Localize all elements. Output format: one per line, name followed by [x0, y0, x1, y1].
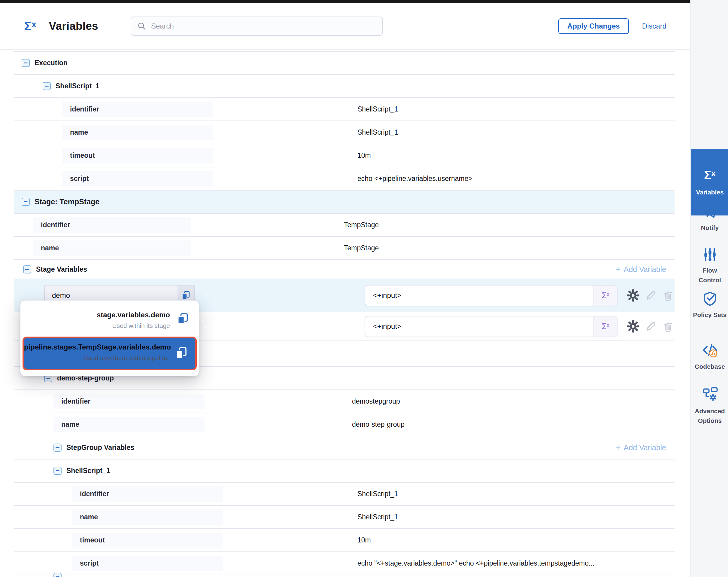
collapse-toggle-icon[interactable]: [23, 266, 31, 274]
sidebar-item-codebase[interactable]: Codebase: [691, 342, 728, 372]
popup-item-pipeline-scope-highlighted[interactable]: pipeline.stages.TempStage.variables.demo…: [23, 336, 197, 370]
field-value: echo <+pipeline.variables.username>: [357, 175, 472, 183]
sidebar-item-policy-sets[interactable]: Policy Sets: [691, 291, 728, 320]
flowchart-gear-icon: [702, 386, 718, 403]
field-value: echo "<+stage.variables.demo>" echo <+pi…: [357, 559, 594, 568]
variables-panel-page: { "header": { "logo": "Σˣ", "title": "Va…: [0, 0, 728, 577]
field-value: demo-step-group: [352, 421, 405, 429]
sigma-x-logo-icon: Σˣ: [24, 20, 36, 32]
field-row-timeout: timeout 10m: [14, 529, 675, 552]
edit-pencil-button[interactable]: [644, 289, 657, 302]
delete-trash-button[interactable]: [661, 289, 675, 302]
field-label-box: identifier: [53, 394, 205, 409]
sliders-icon: [702, 247, 718, 262]
gear-icon: [626, 289, 640, 302]
section-label: ShellScript_1: [56, 82, 99, 90]
field-value: 10m: [357, 151, 371, 159]
field-row-identifier: identifier ShellScript_1: [14, 483, 675, 506]
search-input[interactable]: [151, 22, 376, 30]
field-label-box: timeout: [62, 148, 213, 164]
variable-scope-text: Used within its stage: [20, 322, 170, 329]
plus-icon: +: [615, 265, 621, 274]
variable-value-input[interactable]: <+input> Σˣ: [365, 285, 618, 306]
add-variable-button[interactable]: + Add Variable: [615, 265, 666, 274]
field-row-script: script echo <+pipeline.variables.usernam…: [14, 167, 675, 191]
copy-path-button[interactable]: [175, 347, 188, 361]
code-warning-icon: [702, 342, 718, 358]
field-label-box: script: [62, 171, 213, 186]
field-row-identifier: identifier demostepgroup: [14, 390, 675, 413]
popy-item-stage-scope[interactable]: stage.variables.demo Used within its sta…: [20, 301, 199, 337]
section-label: Stage: TempStage: [34, 197, 99, 206]
variable-scope-text: Used anywhere within pipeline: [24, 354, 169, 361]
collapse-toggle-icon[interactable]: [22, 59, 30, 67]
copy-icon: [177, 312, 189, 325]
field-value: TempStage: [344, 244, 379, 252]
trash-icon: [662, 290, 674, 301]
copy-path-button[interactable]: [177, 312, 189, 326]
page-title: Variables: [49, 20, 98, 32]
field-row-script: script echo "<+stage.variables.demo>" ec…: [14, 552, 675, 575]
field-label-box: script: [72, 556, 223, 571]
collapse-toggle-icon-partial[interactable]: [53, 573, 61, 577]
discard-button[interactable]: Discard: [642, 22, 667, 30]
copy-icon: [175, 347, 188, 360]
field-value: demostepgroup: [352, 397, 400, 405]
expression-toggle-button[interactable]: Σˣ: [594, 317, 617, 336]
field-value: ShellScript_1: [357, 128, 398, 136]
section-label: Stage Variables: [36, 266, 87, 274]
collapse-toggle-icon[interactable]: [22, 198, 30, 206]
paper-plane-icon: [702, 203, 718, 219]
settings-gear-button[interactable]: [626, 320, 640, 333]
right-nav-sidebar: Σˣ Variables Notify Flow Control: [690, 0, 728, 577]
shield-check-icon: [702, 291, 718, 306]
top-black-bar: [0, 0, 690, 3]
field-row-identifier: identifier ShellScript_1: [14, 98, 675, 121]
field-row-timeout: timeout 10m: [14, 144, 675, 167]
collapse-toggle-icon[interactable]: [53, 467, 61, 475]
section-label: ShellScript_1: [67, 467, 110, 475]
field-label-box: name: [53, 417, 205, 432]
field-label-box: name: [72, 509, 223, 525]
collapse-toggle-icon[interactable]: [43, 82, 51, 90]
collapse-toggle-icon[interactable]: [53, 444, 61, 452]
variable-required-dash: -: [204, 291, 207, 300]
field-row-name: name ShellScript_1: [14, 121, 675, 144]
variable-path-popup: stage.variables.demo Used within its sta…: [20, 301, 199, 376]
search-box[interactable]: [131, 17, 383, 36]
pencil-icon: [644, 289, 657, 302]
section-row-stage-variables: Stage Variables + Add Variable: [14, 260, 675, 279]
field-row-name: name TempStage: [14, 237, 675, 260]
sidebar-item-flow-control[interactable]: Flow Control: [691, 247, 728, 284]
apply-changes-button[interactable]: Apply Changes: [558, 18, 629, 34]
section-label: Execution: [34, 59, 68, 67]
field-value: TempStage: [344, 221, 379, 229]
field-label-box: timeout: [72, 532, 223, 548]
field-value: ShellScript_1: [357, 105, 398, 113]
variable-value-input[interactable]: <+input> Σˣ: [365, 316, 618, 337]
sidebar-item-notify[interactable]: Notify: [691, 203, 728, 233]
field-value: ShellScript_1: [357, 490, 398, 498]
field-label-box: name: [62, 125, 213, 140]
variable-row-actions: [626, 289, 675, 302]
add-variable-button[interactable]: + Add Variable: [615, 443, 666, 452]
section-row-stepgroup-variables: StepGroup Variables + Add Variable: [14, 436, 675, 459]
sidebar-item-advanced-options[interactable]: Advanced Options: [691, 386, 728, 425]
trash-icon: [662, 320, 674, 332]
delete-trash-button[interactable]: [661, 320, 675, 333]
section-row-shellscript1-nested: ShellScript_1: [14, 459, 675, 483]
header: Σˣ Variables Apply Changes Discard: [0, 3, 690, 50]
gear-icon: [626, 320, 640, 333]
section-row-execution: Execution: [14, 52, 675, 75]
variable-path-text: pipeline.stages.TempStage.variables.demo: [24, 343, 169, 351]
settings-gear-button[interactable]: [626, 289, 640, 302]
field-value: ShellScript_1: [357, 513, 398, 521]
field-row-identifier: identifier TempStage: [14, 214, 675, 237]
field-row-name: name demo-step-group: [14, 413, 675, 436]
expression-toggle-button[interactable]: Σˣ: [594, 285, 617, 306]
section-row-shellscript1: ShellScript_1: [14, 75, 675, 98]
variable-required-dash: -: [204, 322, 207, 331]
edit-pencil-button[interactable]: [644, 320, 657, 333]
section-label: StepGroup Variables: [67, 444, 134, 452]
field-label-box: name: [33, 241, 191, 256]
